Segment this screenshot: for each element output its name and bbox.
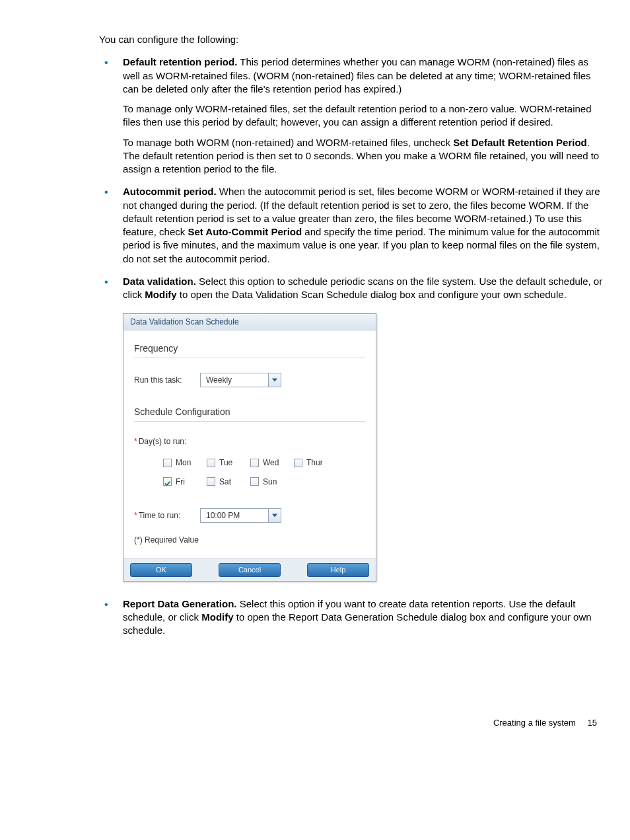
bold-term: Modify xyxy=(145,289,176,300)
dropdown-value: Weekly xyxy=(201,375,268,385)
run-task-label: Run this task: xyxy=(134,375,200,385)
config-list: Default retention period. This period de… xyxy=(99,56,604,637)
checkbox-icon xyxy=(250,477,259,486)
intro-text: You can configure the following: xyxy=(99,33,604,46)
required-asterisk: * xyxy=(134,511,137,520)
page-footer: Creating a file system 15 xyxy=(99,717,604,729)
days-grid: Mon Tue Wed Thur Fri Sat Sun xyxy=(163,457,365,494)
list-item: Report Data Generation. Select this opti… xyxy=(99,597,604,638)
day-fri[interactable]: Fri xyxy=(163,477,207,487)
bold-term: Set Auto-Commit Period xyxy=(188,226,302,237)
checkbox-icon xyxy=(163,477,172,486)
checkbox-icon xyxy=(294,459,302,467)
bold-term: Modify xyxy=(201,611,233,623)
footer-text: Creating a file system xyxy=(493,718,576,728)
chevron-down-icon xyxy=(268,373,281,387)
page-number: 15 xyxy=(588,718,597,728)
checkbox-icon xyxy=(250,459,259,467)
paragraph: Report Data Generation. Select this opti… xyxy=(123,597,604,638)
bullet-title: Data validation. xyxy=(123,276,196,287)
time-to-run-label: *Time to run: xyxy=(134,510,200,521)
schedule-config-heading: Schedule Configuration xyxy=(134,406,365,422)
list-item: Default retention period. This period de… xyxy=(99,56,604,176)
checkbox-icon xyxy=(163,459,172,467)
bullet-title: Autocommit period. xyxy=(123,186,217,197)
bullet-title: Default retention period. xyxy=(123,56,237,67)
dialog-button-bar: OK Cancel Help xyxy=(123,558,376,581)
day-sun[interactable]: Sun xyxy=(250,477,294,487)
list-item: Autocommit period. When the autocommit p… xyxy=(99,185,604,266)
days-to-run-label: *Day(s) to run: xyxy=(134,436,365,447)
time-to-run-dropdown[interactable]: 10:00 PM xyxy=(200,508,281,523)
data-validation-dialog: Data Validation Scan Schedule Frequency … xyxy=(123,313,376,582)
dialog-screenshot: Data Validation Scan Schedule Frequency … xyxy=(123,313,604,582)
day-thur[interactable]: Thur xyxy=(294,457,337,468)
bullet-title: Report Data Generation. xyxy=(123,598,237,609)
help-button[interactable]: Help xyxy=(307,563,369,577)
day-mon[interactable]: Mon xyxy=(163,457,207,468)
cancel-button[interactable]: Cancel xyxy=(219,563,281,577)
paragraph: Default retention period. This period de… xyxy=(123,56,604,96)
day-sat[interactable]: Sat xyxy=(207,477,250,487)
checkbox-icon xyxy=(207,459,215,467)
dropdown-value: 10:00 PM xyxy=(201,510,268,521)
paragraph: Data validation. Select this option to s… xyxy=(123,275,604,302)
required-asterisk: * xyxy=(134,437,137,446)
paragraph: To manage both WORM (non-retained) and W… xyxy=(123,136,604,176)
dialog-title-bar: Data Validation Scan Schedule xyxy=(123,314,376,330)
required-note: (*) Required Value xyxy=(134,535,365,545)
paragraph: To manage only WORM-retained files, set … xyxy=(123,102,604,130)
frequency-heading: Frequency xyxy=(134,342,365,358)
day-tue[interactable]: Tue xyxy=(207,457,250,468)
bold-term: Set Default Retention Period xyxy=(453,137,587,148)
paragraph: Autocommit period. When the autocommit p… xyxy=(123,185,604,266)
list-item: Data validation. Select this option to s… xyxy=(99,275,604,582)
body-text: To manage both WORM (non-retained) and W… xyxy=(123,137,453,148)
run-task-dropdown[interactable]: Weekly xyxy=(200,373,281,387)
day-wed[interactable]: Wed xyxy=(250,457,294,468)
ok-button[interactable]: OK xyxy=(130,563,192,577)
chevron-down-icon xyxy=(268,509,281,522)
body-text: to open the Data Validation Scan Schedul… xyxy=(177,289,567,300)
checkbox-icon xyxy=(207,477,215,486)
